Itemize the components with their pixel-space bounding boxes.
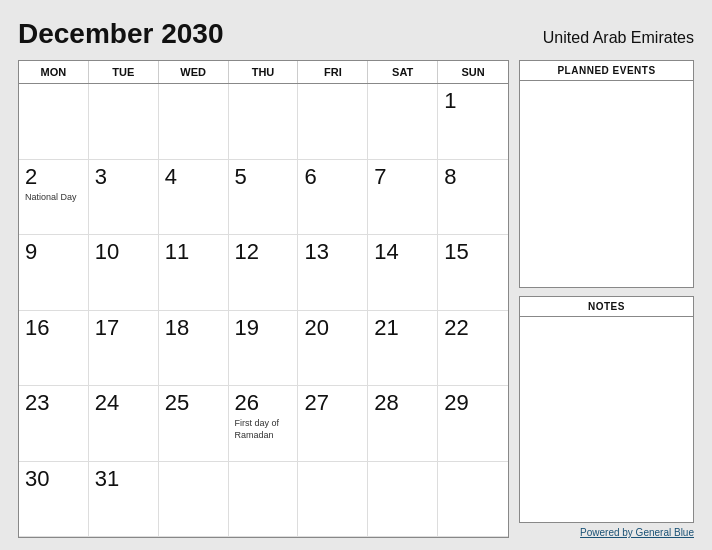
calendar-cell: [19, 84, 89, 160]
day-number: 17: [95, 315, 152, 341]
day-number: 15: [444, 239, 502, 265]
calendar-cell: 25: [159, 386, 229, 462]
planned-events-box: PLANNED EVENTS: [519, 60, 694, 288]
day-number: 23: [25, 390, 82, 416]
powered-by-link[interactable]: Powered by General Blue: [580, 527, 694, 538]
calendar-body: 12National Day34567891011121314151617181…: [19, 84, 508, 537]
calendar-cell: 23: [19, 386, 89, 462]
calendar-cell: 26First day of Ramadan: [229, 386, 299, 462]
calendar-cell: 24: [89, 386, 159, 462]
main-content: MONTUEWEDTHUFRISATSUN 12National Day3456…: [18, 60, 694, 538]
calendar-cell: 22: [438, 311, 508, 387]
calendar-cell: 8: [438, 160, 508, 236]
day-number: 10: [95, 239, 152, 265]
day-number: 21: [374, 315, 431, 341]
calendar-cell: 21: [368, 311, 438, 387]
calendar-cell: 7: [368, 160, 438, 236]
calendar-cell: 15: [438, 235, 508, 311]
day-number: 26: [235, 390, 292, 416]
calendar-header: MONTUEWEDTHUFRISATSUN: [19, 61, 508, 84]
calendar-cell: 18: [159, 311, 229, 387]
calendar-cell: 9: [19, 235, 89, 311]
calendar-cell: [89, 84, 159, 160]
day-number: 8: [444, 164, 502, 190]
sidebar: PLANNED EVENTS NOTES Powered by General …: [519, 60, 694, 538]
day-number: 22: [444, 315, 502, 341]
calendar-cell: 28: [368, 386, 438, 462]
calendar-cell: 2National Day: [19, 160, 89, 236]
calendar-cell: [298, 462, 368, 538]
day-number: 30: [25, 466, 82, 492]
calendar-cell: [159, 462, 229, 538]
day-number: 20: [304, 315, 361, 341]
planned-events-content: [520, 81, 693, 287]
calendar-title: December 2030: [18, 18, 223, 50]
event-label: First day of Ramadan: [235, 418, 292, 441]
day-number: 29: [444, 390, 502, 416]
page: December 2030 United Arab Emirates MONTU…: [0, 0, 712, 550]
day-of-week-header: SUN: [438, 61, 508, 83]
planned-events-header: PLANNED EVENTS: [520, 61, 693, 81]
calendar-cell: [368, 84, 438, 160]
event-label: National Day: [25, 192, 82, 204]
calendar-cell: 11: [159, 235, 229, 311]
calendar: MONTUEWEDTHUFRISATSUN 12National Day3456…: [18, 60, 509, 538]
day-of-week-header: THU: [229, 61, 299, 83]
day-number: 1: [444, 88, 502, 114]
calendar-cell: 3: [89, 160, 159, 236]
day-number: 7: [374, 164, 431, 190]
day-number: 19: [235, 315, 292, 341]
country-label: United Arab Emirates: [543, 29, 694, 47]
calendar-cell: [229, 84, 299, 160]
day-of-week-header: TUE: [89, 61, 159, 83]
calendar-cell: 29: [438, 386, 508, 462]
calendar-cell: 20: [298, 311, 368, 387]
calendar-cell: 19: [229, 311, 299, 387]
calendar-cell: 5: [229, 160, 299, 236]
calendar-cell: 12: [229, 235, 299, 311]
day-number: 27: [304, 390, 361, 416]
day-number: 25: [165, 390, 222, 416]
calendar-cell: 4: [159, 160, 229, 236]
notes-header: NOTES: [520, 297, 693, 317]
day-number: 12: [235, 239, 292, 265]
calendar-cell: 31: [89, 462, 159, 538]
calendar-cell: 16: [19, 311, 89, 387]
header: December 2030 United Arab Emirates: [18, 18, 694, 50]
day-number: 24: [95, 390, 152, 416]
calendar-cell: [438, 462, 508, 538]
calendar-cell: [368, 462, 438, 538]
notes-box: NOTES: [519, 296, 694, 524]
day-number: 18: [165, 315, 222, 341]
day-number: 31: [95, 466, 152, 492]
calendar-cell: [159, 84, 229, 160]
day-number: 9: [25, 239, 82, 265]
calendar-cell: [229, 462, 299, 538]
day-number: 14: [374, 239, 431, 265]
day-of-week-header: SAT: [368, 61, 438, 83]
calendar-cell: 30: [19, 462, 89, 538]
calendar-cell: 17: [89, 311, 159, 387]
calendar-cell: 6: [298, 160, 368, 236]
day-number: 4: [165, 164, 222, 190]
footer: Powered by General Blue: [519, 527, 694, 538]
day-number: 11: [165, 239, 222, 265]
day-number: 2: [25, 164, 82, 190]
day-number: 16: [25, 315, 82, 341]
day-number: 5: [235, 164, 292, 190]
day-number: 13: [304, 239, 361, 265]
calendar-cell: 13: [298, 235, 368, 311]
calendar-cell: 10: [89, 235, 159, 311]
calendar-cell: 1: [438, 84, 508, 160]
calendar-cell: 14: [368, 235, 438, 311]
day-of-week-header: MON: [19, 61, 89, 83]
day-number: 3: [95, 164, 152, 190]
day-number: 28: [374, 390, 431, 416]
day-number: 6: [304, 164, 361, 190]
calendar-cell: [298, 84, 368, 160]
day-of-week-header: FRI: [298, 61, 368, 83]
notes-content: [520, 317, 693, 523]
calendar-cell: 27: [298, 386, 368, 462]
day-of-week-header: WED: [159, 61, 229, 83]
